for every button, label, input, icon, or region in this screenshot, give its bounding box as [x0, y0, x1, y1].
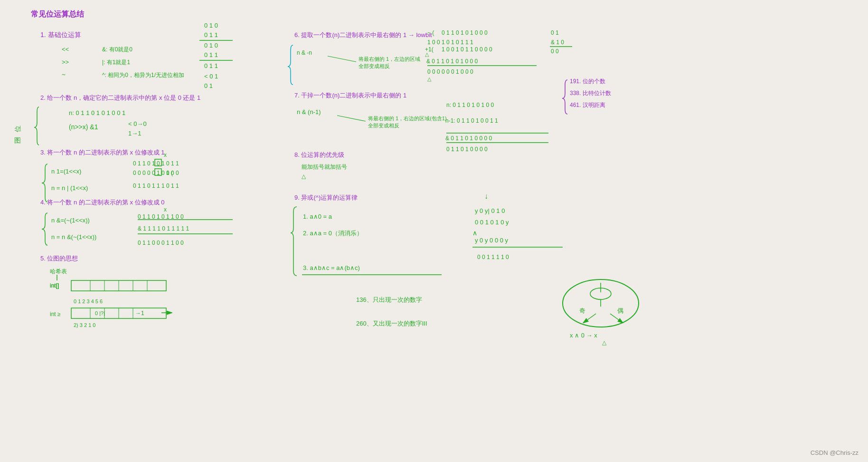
- svg-text:△: △: [602, 339, 607, 346]
- svg-text:0 1 1 0 1 0 0 0 0: 0 1 1 0 1 0 0 0 0: [446, 146, 488, 153]
- svg-text:y 0 y| 0 1 0: y 0 y| 0 1 0: [475, 207, 505, 214]
- svg-text:将最右侧的 1，左边的区域: 将最右侧的 1，左边的区域: [358, 56, 420, 62]
- svg-text:0  1  0: 0 1 0: [204, 42, 218, 49]
- svg-text:3. 将一个数 n 的二进制表示的第 x 位修改成 1: 3. 将一个数 n 的二进制表示的第 x 位修改成 1: [40, 149, 164, 156]
- svg-text:< 0  1: < 0 1: [204, 73, 218, 80]
- content-area: 常见位运算总结 1. 基础位运算 << &: 有0就是0 >> |: 有1就是1…: [0, 0, 868, 462]
- svg-text:136、只出现一次的数字: 136、只出现一次的数字: [356, 296, 422, 303]
- svg-text:全部变成相反: 全部变成相反: [359, 63, 390, 69]
- svg-text:n &=(~(1<<x)): n &=(~(1<<x)): [51, 217, 90, 224]
- svg-text:△: △: [302, 173, 306, 180]
- svg-text:能加括号就加括号: 能加括号就加括号: [302, 164, 347, 170]
- svg-text:^: 相同为0，相异为1/无进位相加: ^: 相同为0，相异为1/无进位相加: [102, 72, 184, 78]
- svg-text:0  1: 0 1: [204, 82, 213, 89]
- svg-text:0  1  1: 0 1 1: [204, 51, 218, 58]
- svg-text:0 1 1 0 1 1 1 0 1 1: 0 1 1 0 1 1 1 0 1 1: [133, 183, 179, 189]
- svg-text:常见位运算总结: 常见位运算总结: [31, 10, 85, 18]
- svg-text:461. 汉明距离: 461. 汉明距离: [570, 102, 605, 108]
- svg-text:~: ~: [62, 71, 66, 78]
- svg-text:0  |?|: 0 |?|: [95, 310, 105, 316]
- svg-text:全部变成相反: 全部变成相反: [368, 123, 399, 128]
- svg-text:△: △: [427, 76, 432, 82]
- svg-text:0 0 0 0 0 0 1 0 0 0: 0 0 0 0 0 0 1 0 0 0: [427, 68, 473, 75]
- svg-text:∧: ∧: [472, 229, 477, 237]
- svg-text:7. 干掉一个数(n)二进制表示中最右侧的 1: 7. 干掉一个数(n)二进制表示中最右侧的 1: [294, 92, 406, 99]
- svg-text:int[]: int[]: [50, 282, 59, 289]
- svg-text:2. 给一个数 n，确定它的二进制表示中的第 x 位是 0 : 2. 给一个数 n，确定它的二进制表示中的第 x 位是 0 还是 1: [40, 94, 200, 101]
- watermark: CSDN @Chris-zz: [811, 449, 859, 456]
- svg-text:<<: <<: [62, 46, 69, 53]
- svg-text:191. 位的个数: 191. 位的个数: [570, 78, 605, 85]
- svg-text:1→1: 1→1: [128, 130, 141, 137]
- svg-text:n = n &(~(1<<x)): n = n &(~(1<<x)): [51, 233, 96, 241]
- svg-text:1 0 0 1 0 1 0 1 1 1: 1 0 0 1 0 1 0 1 1 1: [427, 39, 473, 46]
- svg-text:& 0 1 1 0 1 0 1 0 0 0: & 0 1 1 0 1 0 1 0 0 0: [426, 58, 478, 65]
- svg-text:0  1  1: 0 1 1: [204, 31, 218, 38]
- svg-text:图: 图: [14, 136, 21, 144]
- svg-text:→1: →1: [135, 310, 144, 317]
- svg-text:将最右侧的 1，右边的区域(包含1): 将最右侧的 1，右边的区域(包含1): [368, 116, 447, 121]
- svg-text:0 1 1 0 1 0 1 1 0 0: 0 1 1 0 1 0 1 1 0 0: [138, 213, 184, 220]
- svg-text:△: △: [425, 51, 429, 57]
- svg-text:0  1: 0 1: [551, 29, 559, 36]
- svg-text:5. 位图的思想: 5. 位图的思想: [40, 255, 78, 262]
- svg-text:0  1  0: 0 1 0: [204, 22, 218, 29]
- svg-text:n & -n: n & -n: [297, 49, 312, 56]
- svg-text:< 0→0: < 0→0: [128, 120, 147, 127]
- svg-text:&  0 1 1 0 1 0 0 0 0: & 0 1 1 0 1 0 0 0 0: [445, 135, 492, 142]
- svg-text:>>: >>: [62, 58, 69, 66]
- svg-text:1 0 0 1 0 1 1 0 0 0 0: 1 0 0 1 0 1 1 0 0 0 0: [442, 46, 492, 53]
- svg-text:n = n | (1<<x): n = n | (1<<x): [51, 184, 88, 192]
- svg-text:y 0 y 0 0 0 y: y 0 y 0 0 0 y: [475, 237, 509, 244]
- svg-text:0 0 1 1 1 1 0: 0 0 1 1 1 1 0: [477, 254, 509, 260]
- svg-text:0 1 1 0 1 0 1 0 0 0: 0 1 1 0 1 0 1 0 0 0: [442, 29, 488, 36]
- svg-text:0 0 1 0 1  0 y: 0 0 1 0 1 0 y: [475, 219, 509, 226]
- svg-text:& 1 1 1 1 0 1 1 1 1 1: & 1 1 1 1 0 1 1 1 1 1: [138, 225, 189, 232]
- svg-text:4. 将一个数 n 的二进制表示的第 x 位修改成 0: 4. 将一个数 n 的二进制表示的第 x 位修改成 0: [40, 199, 164, 206]
- svg-text:(n>>x) &1: (n>>x) &1: [69, 123, 98, 131]
- svg-text:x ∧ 0 → x: x ∧ 0 → x: [570, 332, 597, 339]
- svg-text:int ≥: int ≥: [50, 311, 61, 318]
- svg-text:n:  0 1 1 0 1 0 1 0 0: n: 0 1 1 0 1 0 1 0 0: [446, 102, 494, 108]
- svg-text:&  1  0: & 1 0: [551, 39, 564, 46]
- svg-text:n & (n-1): n & (n-1): [297, 108, 321, 116]
- svg-text:3. a∧b∧c = a∧(b∧c): 3. a∧b∧c = a∧(b∧c): [303, 264, 360, 271]
- svg-text:338. 比特位计数: 338. 比特位计数: [570, 90, 611, 96]
- svg-text:位: 位: [14, 125, 21, 132]
- svg-text:2. a∧a = 0（消消乐）: 2. a∧a = 0（消消乐）: [303, 230, 363, 237]
- svg-text:260、又出现一次的数字III: 260、又出现一次的数字III: [356, 320, 427, 327]
- svg-text:|: 有1就是1: |: 有1就是1: [102, 59, 130, 66]
- page-container: 常见位运算总结 1. 基础位运算 << &: 有0就是0 >> |: 有1就是1…: [0, 0, 868, 462]
- svg-text:1. a∧0 = a: 1. a∧0 = a: [303, 213, 332, 220]
- svg-text:0  1  1: 0 1 1: [204, 62, 218, 69]
- svg-text:哈希表: 哈希表: [50, 268, 67, 275]
- svg-text:0 1 1 0 0 0 1 1 0 0: 0 1 1 0 0 0 1 1 0 0: [138, 240, 184, 246]
- svg-text:~ (: ~ (: [427, 29, 434, 36]
- svg-text:x: x: [164, 152, 167, 158]
- svg-text:2)      3  2  1  0: 2) 3 2 1 0: [74, 322, 95, 328]
- svg-text:0  1  2  3  4  5 6: 0 1 2 3 4 5 6: [74, 298, 103, 304]
- svg-text:n: 0 1 1 0 1 0 1 0 0 1: n: 0 1 1 0 1 0 1 0 0 1: [69, 109, 125, 116]
- svg-text:8. 位运算的优先级: 8. 位运算的优先级: [294, 151, 344, 158]
- notes-svg: 常见位运算总结 1. 基础位运算 << &: 有0就是0 >> |: 有1就是1…: [0, 0, 868, 462]
- svg-text:↓: ↓: [484, 192, 488, 200]
- svg-text:0  0: 0 0: [551, 48, 559, 55]
- svg-text:n 1=(1<<x): n 1=(1<<x): [51, 168, 81, 175]
- svg-text:&: 有0就是0: &: 有0就是0: [102, 46, 132, 53]
- svg-text:1. 基础位运算: 1. 基础位运算: [40, 31, 81, 38]
- svg-text:偶: 偶: [617, 307, 623, 314]
- svg-text:奇: 奇: [579, 307, 585, 314]
- svg-text:9. 异或(^)运算的运算律: 9. 异或(^)运算的运算律: [294, 194, 358, 201]
- svg-text:6. 提取一个数(n)二进制表示中最右侧的 1 → lowb: 6. 提取一个数(n)二进制表示中最右侧的 1 → lowbit: [294, 31, 432, 38]
- svg-text:n-1: 0 1 1 0 1 0 0 1 1: n-1: 0 1 1 0 1 0 0 1 1: [445, 117, 498, 124]
- svg-text:x: x: [164, 206, 167, 213]
